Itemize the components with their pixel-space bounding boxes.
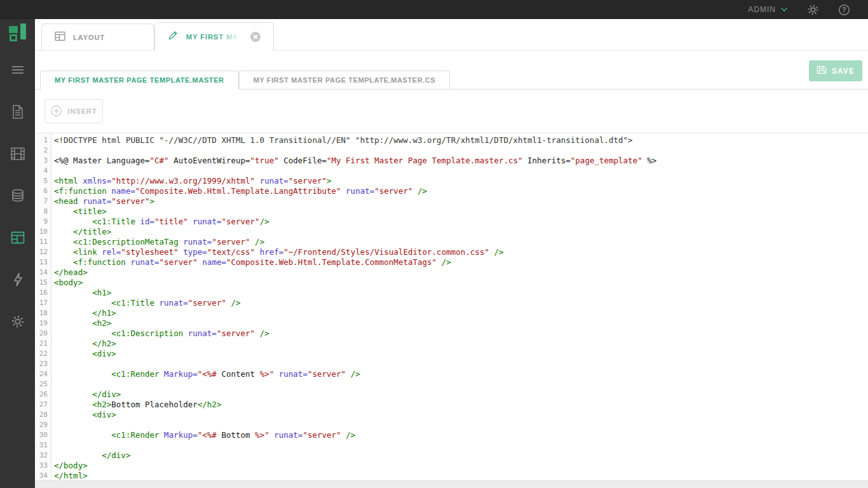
- line-number: 32: [35, 451, 51, 461]
- chevron-down-icon: [780, 7, 788, 12]
- line-number: 7: [35, 196, 51, 207]
- sidebar-item-media[interactable]: [10, 147, 26, 163]
- svg-text:?: ?: [842, 6, 846, 13]
- line-number: 25: [35, 379, 51, 390]
- line-number: 2: [35, 146, 51, 156]
- line-number: 19: [35, 318, 51, 329]
- code-line: [54, 359, 868, 369]
- code-line: [54, 166, 868, 176]
- code-line: </body>: [54, 461, 868, 471]
- code-line: <c1:Render Markup="<%# Content %>" runat…: [54, 369, 868, 379]
- sidebar-item-data[interactable]: [10, 189, 26, 205]
- line-number: 16: [35, 288, 51, 298]
- code-line: <body>: [54, 278, 868, 288]
- code-line: <!DOCTYPE html PUBLIC "-//W3C//DTD XHTML…: [54, 135, 868, 146]
- line-number: 17: [35, 298, 51, 308]
- tab-label: MY FIRST MASTER PA: [186, 33, 243, 41]
- line-number: 27: [35, 400, 51, 410]
- code-line: <html xmlns="http://www.w3.org/1999/xhtm…: [54, 176, 868, 186]
- floppy-icon: [817, 65, 827, 77]
- line-number: 15: [35, 278, 51, 288]
- hamburger-icon: [10, 62, 25, 80]
- horizontal-scrollbar[interactable]: [35, 480, 868, 488]
- line-number: 28: [35, 410, 51, 420]
- editor-toolbar: INSERT: [35, 90, 868, 133]
- code-line: [54, 440, 868, 451]
- code-line: <c1:Render Markup="<%# Bottom %>" runat=…: [54, 430, 868, 440]
- line-number: 11: [35, 237, 51, 247]
- document-icon: [11, 104, 25, 122]
- code-line: <h2>: [54, 318, 868, 329]
- code-line: <title>: [54, 207, 868, 217]
- line-number: 5: [35, 176, 51, 186]
- layout-tab-icon: [55, 31, 65, 44]
- close-icon[interactable]: [250, 32, 261, 42]
- gear-icon: [11, 315, 25, 331]
- line-number: 33: [35, 461, 51, 471]
- line-number: 23: [35, 359, 51, 369]
- code-line: [54, 379, 868, 390]
- line-number: 9: [35, 217, 51, 227]
- code-line: </html>: [54, 471, 868, 480]
- code-line: <c1:Description runat="server" />: [54, 329, 868, 339]
- line-number: 34: [35, 471, 51, 480]
- code-line: <%@ Master Language="C#" AutoEventWireup…: [54, 156, 868, 166]
- line-number: 6: [35, 186, 51, 196]
- line-number: 20: [35, 329, 51, 339]
- sidebar: [0, 19, 35, 488]
- plus-circle-icon: [50, 105, 62, 118]
- database-icon: [10, 188, 25, 206]
- line-number: 14: [35, 268, 51, 278]
- save-button[interactable]: SAVE: [809, 60, 862, 81]
- code-line: <f:function name="Composite.Web.Html.Tem…: [54, 186, 868, 196]
- code-line: <c1:DescriptionMetaTag runat="server" />: [54, 237, 868, 247]
- code-line: <div>: [54, 349, 868, 359]
- code-line: <c1:Title id="title" runat="server"/>: [54, 217, 868, 227]
- line-number: 30: [35, 430, 51, 440]
- code-line: </h1>: [54, 308, 868, 318]
- help-icon[interactable]: ?: [838, 4, 850, 16]
- sidebar-item-menu[interactable]: [10, 63, 26, 79]
- tab-layout[interactable]: LAYOUT: [41, 24, 154, 50]
- admin-menu[interactable]: ADMIN: [748, 5, 788, 14]
- line-number: 12: [35, 247, 51, 257]
- code-line: <c1:Title runat="server" />: [54, 298, 868, 308]
- line-gutter: 1234567891011121314151617181920212223242…: [35, 133, 51, 480]
- lightning-icon: [11, 272, 24, 290]
- code-line: </h2>: [54, 339, 868, 349]
- code-line: </title>: [54, 227, 868, 237]
- line-number: 18: [35, 308, 51, 318]
- tab-bar: LAYOUT MY FIRST MASTER PA: [35, 19, 868, 51]
- sidebar-item-content[interactable]: [10, 105, 26, 121]
- line-number: 22: [35, 349, 51, 359]
- code-line: <head runat="server">: [54, 196, 868, 207]
- sidebar-item-layout[interactable]: [10, 231, 26, 247]
- subtab-master-cs[interactable]: MY FIRST MASTER PAGE TEMPLATE.MASTER.CS: [239, 71, 451, 89]
- code-line: <div>: [54, 410, 868, 420]
- sidebar-item-functions[interactable]: [10, 273, 26, 289]
- settings-gear-icon[interactable]: [807, 4, 819, 16]
- line-number: 8: [35, 207, 51, 217]
- tab-master-page[interactable]: MY FIRST MASTER PA: [154, 22, 274, 51]
- line-number: 31: [35, 440, 51, 451]
- line-number: 13: [35, 257, 51, 268]
- line-number: 10: [35, 227, 51, 237]
- code-lines[interactable]: <!DOCTYPE html PUBLIC "-//W3C//DTD XHTML…: [51, 133, 868, 480]
- tab-label: LAYOUT: [73, 34, 105, 41]
- code-line: </div>: [54, 390, 868, 400]
- line-number: 3: [35, 156, 51, 166]
- topbar: ADMIN ?: [0, 0, 868, 19]
- sidebar-item-system[interactable]: [10, 315, 26, 331]
- line-number: 29: [35, 420, 51, 430]
- line-number: 21: [35, 339, 51, 349]
- insert-button[interactable]: INSERT: [44, 99, 103, 123]
- main-area: LAYOUT MY FIRST MASTER PA MY FIRST MASTE…: [35, 19, 868, 488]
- subtab-bar: MY FIRST MASTER PAGE TEMPLATE.MASTER MY …: [35, 51, 868, 90]
- line-number: 26: [35, 390, 51, 400]
- film-icon: [10, 147, 25, 163]
- code-editor[interactable]: 1234567891011121314151617181920212223242…: [35, 133, 868, 480]
- subtab-master[interactable]: MY FIRST MASTER PAGE TEMPLATE.MASTER: [40, 71, 239, 90]
- code-line: </head>: [54, 268, 868, 278]
- line-number: 1: [35, 135, 51, 146]
- code-line: <h1>: [54, 288, 868, 298]
